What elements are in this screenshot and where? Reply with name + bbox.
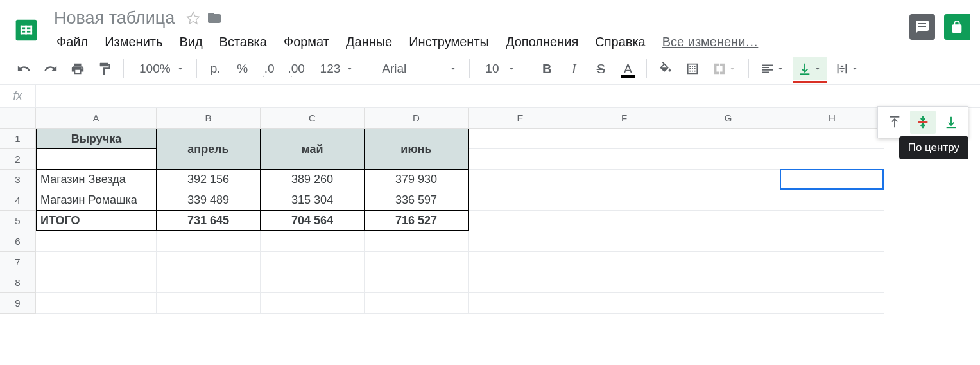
row-header-1[interactable]: 1 [0, 129, 36, 149]
cell[interactable] [572, 231, 676, 252]
valign-middle-option[interactable] [910, 111, 936, 134]
bold-button[interactable]: B [535, 57, 559, 80]
cell[interactable] [469, 252, 572, 272]
sheets-logo[interactable] [10, 13, 42, 48]
cell[interactable] [36, 231, 157, 252]
data-cell[interactable]: апрель [157, 129, 261, 170]
changes-link[interactable]: Все изменени… [655, 31, 766, 53]
data-cell[interactable]: 731 645 [157, 211, 261, 231]
menu-addons[interactable]: Дополнения [498, 31, 586, 53]
font-select[interactable]: Arial [373, 57, 463, 80]
data-cell[interactable]: ИТОГО [36, 211, 157, 231]
row-header-6[interactable]: 6 [0, 231, 36, 252]
decrease-decimal-button[interactable]: .0← [257, 57, 282, 80]
data-cell[interactable] [36, 149, 157, 170]
menu-insert[interactable]: Вставка [212, 31, 275, 53]
borders-button[interactable] [680, 57, 705, 80]
cell[interactable] [365, 272, 469, 293]
row-header-3[interactable]: 3 [0, 170, 36, 190]
cell[interactable] [469, 129, 572, 149]
cell[interactable] [36, 272, 157, 293]
cell[interactable] [469, 170, 572, 190]
col-header-B[interactable]: B [157, 108, 261, 129]
col-header-E[interactable]: E [469, 108, 572, 129]
doc-title[interactable]: Новая таблица [49, 7, 180, 30]
text-color-button[interactable]: A [615, 57, 640, 80]
cell[interactable] [780, 231, 884, 252]
col-header-F[interactable]: F [572, 108, 676, 129]
cell[interactable] [676, 211, 780, 231]
menu-format[interactable]: Формат [276, 31, 337, 53]
cell[interactable] [572, 293, 676, 314]
data-cell[interactable]: Магазин Звезда [36, 170, 157, 190]
data-cell[interactable]: 339 489 [157, 190, 261, 211]
valign-bottom-option[interactable] [938, 111, 964, 134]
row-header-2[interactable]: 2 [0, 149, 36, 170]
data-cell[interactable]: июнь [365, 129, 469, 170]
select-all-corner[interactable] [0, 108, 36, 129]
horizontal-align-button[interactable] [755, 57, 790, 80]
data-cell[interactable]: 389 260 [261, 170, 365, 190]
font-size-select[interactable]: 10 [476, 57, 521, 80]
folder-icon[interactable] [207, 10, 222, 26]
data-cell[interactable]: Магазин Ромашка [36, 190, 157, 211]
menu-tools[interactable]: Инструменты [401, 31, 497, 53]
col-header-C[interactable]: C [261, 108, 365, 129]
cell[interactable] [365, 231, 469, 252]
cell[interactable] [780, 272, 884, 293]
active-cell[interactable] [780, 169, 884, 190]
cell[interactable] [261, 272, 365, 293]
cell[interactable] [469, 231, 572, 252]
cell[interactable] [572, 272, 676, 293]
zoom-select[interactable]: 100% [130, 57, 190, 80]
percent-button[interactable]: % [230, 57, 255, 80]
cell[interactable] [780, 252, 884, 272]
row-header-9[interactable]: 9 [0, 293, 36, 314]
formula-input[interactable] [36, 85, 980, 107]
undo-button[interactable] [12, 57, 36, 80]
col-header-G[interactable]: G [676, 108, 780, 129]
cell[interactable] [676, 293, 780, 314]
cell[interactable] [365, 252, 469, 272]
cell[interactable] [780, 211, 884, 231]
text-wrap-button[interactable] [830, 57, 864, 80]
merge-cells-button[interactable] [707, 57, 742, 80]
cell[interactable] [469, 272, 572, 293]
cell[interactable] [469, 293, 572, 314]
data-cell[interactable]: 336 597 [365, 190, 469, 211]
menu-edit[interactable]: Изменить [97, 31, 170, 53]
row-header-7[interactable]: 7 [0, 252, 36, 272]
col-header-A[interactable]: A [36, 108, 157, 129]
cell[interactable] [572, 149, 676, 170]
menu-data[interactable]: Данные [338, 31, 400, 53]
col-header-H[interactable]: H [780, 108, 884, 129]
cell[interactable] [261, 293, 365, 314]
cell[interactable] [780, 129, 884, 149]
data-cell[interactable]: 716 527 [365, 211, 469, 231]
cell[interactable] [676, 272, 780, 293]
cell[interactable] [261, 231, 365, 252]
cell[interactable] [676, 149, 780, 170]
increase-decimal-button[interactable]: .00→ [284, 57, 309, 80]
cell[interactable] [469, 149, 572, 170]
data-cell[interactable]: 315 304 [261, 190, 365, 211]
cell[interactable] [157, 293, 261, 314]
share-button[interactable] [944, 14, 970, 40]
currency-button[interactable]: р. [203, 57, 228, 80]
data-cell[interactable]: Выручка [36, 129, 157, 149]
cell[interactable] [469, 211, 572, 231]
cell[interactable] [572, 129, 676, 149]
cell[interactable] [572, 252, 676, 272]
cell[interactable] [365, 293, 469, 314]
cell[interactable] [157, 231, 261, 252]
cell[interactable] [676, 170, 780, 190]
data-cell[interactable]: 392 156 [157, 170, 261, 190]
comments-button[interactable] [909, 14, 935, 40]
cell[interactable] [469, 190, 572, 211]
cell[interactable] [157, 252, 261, 272]
vertical-align-button[interactable] [793, 57, 827, 80]
star-icon[interactable] [186, 11, 200, 25]
row-header-4[interactable]: 4 [0, 190, 36, 211]
cell[interactable] [572, 190, 676, 211]
data-cell[interactable]: 379 930 [365, 170, 469, 190]
